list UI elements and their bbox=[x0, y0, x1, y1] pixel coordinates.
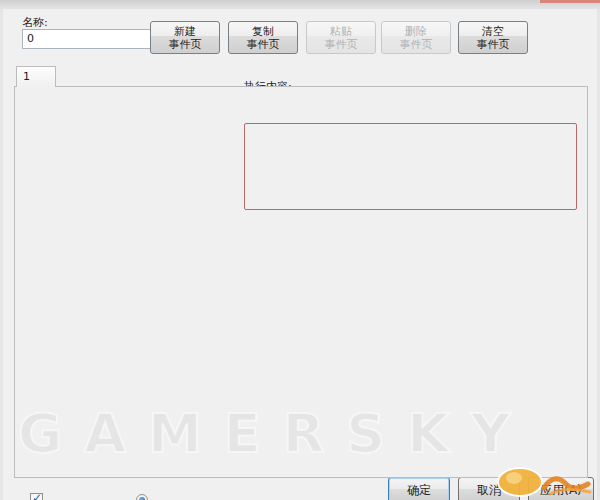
ok-button[interactable]: 确定 bbox=[388, 477, 450, 500]
close-button-fragment bbox=[540, 0, 600, 3]
button-label: 删除 bbox=[382, 25, 450, 38]
button-label: 复制 bbox=[229, 25, 297, 38]
new-event-page-button[interactable]: 新建 事件页 bbox=[150, 21, 220, 54]
button-label: 清空 bbox=[459, 25, 527, 38]
tab-page-1[interactable]: 1 bbox=[16, 66, 56, 87]
paste-event-page-button[interactable]: 粘贴 事件页 bbox=[306, 21, 376, 54]
name-label: 名称: bbox=[22, 15, 48, 30]
apply-button[interactable]: 应用(A) bbox=[528, 477, 594, 500]
clear-event-page-button[interactable]: 清空 事件页 bbox=[458, 21, 528, 54]
delete-event-page-button[interactable]: 删除 事件页 bbox=[381, 21, 451, 54]
trigger-action-radio[interactable] bbox=[136, 494, 148, 500]
button-label: 事件页 bbox=[229, 38, 297, 51]
button-label: 事件页 bbox=[307, 38, 375, 51]
button-label: 新建 bbox=[151, 25, 219, 38]
opt-fixed-dir-checkbox[interactable] bbox=[30, 493, 43, 500]
event-page-panel bbox=[14, 86, 588, 478]
button-label: 粘贴 bbox=[307, 25, 375, 38]
button-label: 事件页 bbox=[151, 38, 219, 51]
button-label: 事件页 bbox=[382, 38, 450, 51]
copy-event-page-button[interactable]: 复制 事件页 bbox=[228, 21, 298, 54]
cancel-button[interactable]: 取消 bbox=[458, 477, 520, 500]
button-label: 事件页 bbox=[459, 38, 527, 51]
